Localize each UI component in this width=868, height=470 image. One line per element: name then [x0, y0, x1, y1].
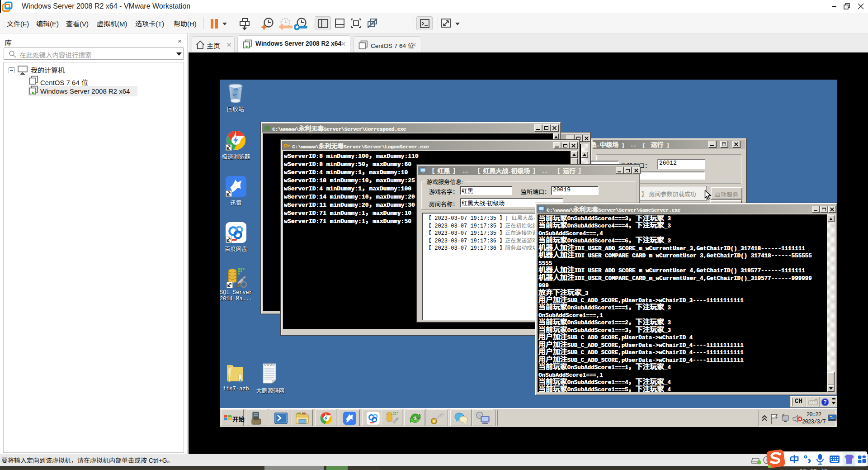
svg-text:?: ? [823, 399, 826, 405]
